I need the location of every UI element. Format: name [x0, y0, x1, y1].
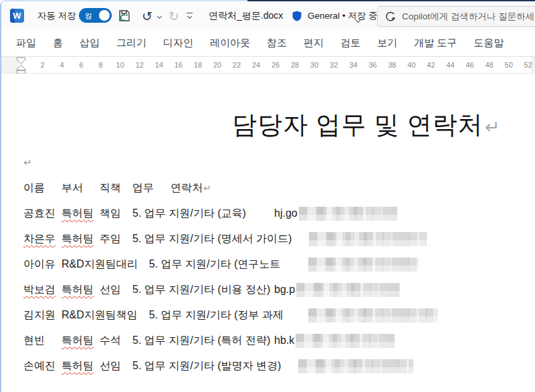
redo-icon: ↻ — [169, 9, 179, 23]
ruler-tick-label: 46 — [460, 61, 479, 69]
tab-2[interactable]: 삽입 — [80, 37, 100, 50]
word-app-icon[interactable]: W — [10, 9, 24, 23]
word-window: W 자동 저장 켬 ↺ ↻ 연락처_평문.docx — [0, 0, 535, 392]
header-dept: 부서 — [62, 181, 100, 195]
redacted-contact — [299, 207, 397, 221]
chevron-down-icon — [356, 18, 360, 23]
ruler-tick-label: 8 — [91, 61, 110, 69]
row-title: 대리 — [116, 258, 149, 272]
row-duty: 5. 업무 지원/기타 (명세서 가이드) — [132, 232, 292, 246]
row-duty: 5. 업무 지원/기타 (교육) — [132, 207, 274, 221]
ruler-tick-label: 52 — [518, 61, 535, 69]
save-button[interactable] — [116, 8, 132, 24]
tab-10[interactable]: 개발 도구 — [414, 37, 457, 50]
header-name: 이름 — [23, 181, 62, 195]
chevron-down-icon — [156, 13, 161, 18]
autosave-toggle-state: 켬 — [85, 11, 92, 21]
table-row: 손예진 특허팀 선임 5. 업무 지원/기타 (발명자 변경) — [23, 353, 532, 379]
ruler-tick-label: 32 — [324, 61, 344, 69]
ruler-tick-label: 48 — [479, 61, 499, 69]
tab-1[interactable]: 홈 — [53, 37, 63, 50]
paragraph-mark: ↵ — [485, 117, 500, 137]
redacted-contact — [296, 283, 400, 297]
ruler-tick-label: 20 — [207, 61, 227, 69]
sensitivity-status[interactable]: General • 저장 중... — [308, 10, 385, 22]
document-heading: 담당자 업무 및 연락처↵ — [232, 108, 500, 142]
undo-dropdown[interactable] — [155, 8, 163, 24]
sensitivity-label: General — [308, 11, 340, 21]
horizontal-ruler[interactable]: 2468101214161820222426283032343638404244… — [1, 56, 535, 74]
tab-4[interactable]: 디자인 — [163, 37, 193, 50]
redo-button[interactable]: ↻ — [166, 8, 182, 24]
ruler-tick-label: 24 — [247, 61, 266, 69]
undo-button[interactable]: ↺ — [139, 8, 155, 24]
ruler-numbers: 2468101214161820222426283032343638404244… — [33, 57, 535, 73]
row-duty: 5. 업무 지원/기타 (발명자 변경) — [132, 359, 281, 373]
ruler-tick-label: 14 — [149, 61, 169, 69]
ruler-tick-label: 22 — [227, 61, 246, 69]
row-dept: 특허팀 — [62, 207, 100, 221]
autosave-toggle[interactable]: 켬 — [79, 8, 112, 23]
tab-6[interactable]: 참조 — [267, 37, 287, 50]
row-dept: 특허팀 — [62, 283, 100, 297]
row-title: 책임 — [100, 207, 132, 221]
table-row: 김지원 R&D지원팀 책임 5. 업무 지원/기타 (정부 과제 — [23, 302, 532, 328]
header-contact: 연락처 — [171, 181, 203, 195]
save-sync-icon — [117, 9, 132, 23]
row-name: 김지원 — [23, 308, 62, 322]
document-title[interactable]: 연락처_평문.docx — [209, 10, 283, 22]
table-row: 아이유 R&D지원팀 대리 5. 업무 지원/기타 (연구노트 — [23, 252, 532, 277]
table-row: 차은우 특허팀 주임 5. 업무 지원/기타 (명세서 가이드) — [23, 226, 532, 252]
document-page[interactable]: 담당자 업무 및 연락처↵ ↵ 이름 부서 직책 업무 연락처 ↵ 공효진 특허… — [1, 74, 535, 392]
paragraph-mark: ↵ — [23, 157, 32, 169]
row-title: 선임 — [100, 359, 132, 373]
redacted-contact — [296, 334, 395, 348]
tab-8[interactable]: 검토 — [340, 37, 360, 50]
ruler-tick-label: 2 — [33, 61, 52, 69]
ruler-tick-label: 50 — [499, 61, 518, 69]
tab-5[interactable]: 레이아웃 — [210, 37, 250, 50]
copilot-search-input[interactable]: Copilot에게 검색하거나 질문하세... — [377, 6, 535, 27]
autosave-label: 자동 저장 — [37, 10, 76, 22]
row-title: 주임 — [100, 232, 132, 246]
ruler-tick-label: 10 — [110, 61, 130, 69]
ruler-tick-label: 30 — [305, 61, 324, 69]
row-duty: 5. 업무 지원/기타 (비용 정산) — [132, 283, 274, 297]
tab-3[interactable]: 그리기 — [116, 37, 146, 50]
ruler-tick-label: 28 — [286, 61, 305, 69]
ruler-tick-label: 34 — [344, 61, 363, 69]
sensitivity-shield-icon — [291, 10, 303, 25]
tab-11[interactable]: 도움말 — [473, 37, 504, 50]
ruler-tick-label: 6 — [72, 61, 91, 69]
row-title: 선임 — [100, 283, 132, 297]
hanging-indent-marker — [17, 66, 25, 71]
quick-access-toolbar-menu[interactable] — [187, 13, 193, 18]
row-name: 아이유 — [23, 258, 62, 272]
tab-9[interactable]: 보기 — [377, 37, 397, 50]
ruler-tick-label: 18 — [188, 61, 207, 69]
row-name: 차은우 — [23, 232, 62, 246]
row-name: 손예진 — [23, 359, 62, 373]
tab-7[interactable]: 편지 — [304, 37, 324, 50]
tab-file[interactable]: 파일 — [16, 37, 36, 50]
ruler-tick-label: 42 — [421, 61, 441, 69]
row-title: 수석 — [100, 334, 132, 348]
row-duty: 5. 업무 지원/기타 (정부 과제 — [149, 308, 291, 322]
contact-table: 이름 부서 직책 업무 연락처 ↵ 공효진 특허팀 책임 5. 업무 지원/기타… — [23, 175, 532, 379]
table-header-row: 이름 부서 직책 업무 연락처 ↵ — [23, 175, 532, 201]
ruler-tick-label: 36 — [363, 61, 383, 69]
toggle-knob — [99, 10, 110, 21]
sensitivity-dropdown[interactable] — [356, 13, 360, 25]
redacted-contact — [298, 359, 413, 373]
copilot-icon — [385, 11, 396, 22]
table-row: 현빈 특허팀 수석 5. 업무 지원/기타 (특허 전략) hb.k — [23, 328, 532, 353]
row-dept: 특허팀 — [62, 334, 100, 348]
ruler-tick-label: 4 — [52, 61, 72, 69]
row-name: 현빈 — [23, 334, 62, 348]
copilot-placeholder: Copilot에게 검색하거나 질문하세... — [402, 11, 535, 23]
first-line-indent-marker — [17, 58, 25, 64]
chevron-down-icon — [187, 14, 192, 19]
ruler-tick-label: 26 — [266, 61, 286, 69]
undo-icon: ↺ — [142, 9, 152, 23]
header-title: 직책 — [100, 181, 132, 195]
